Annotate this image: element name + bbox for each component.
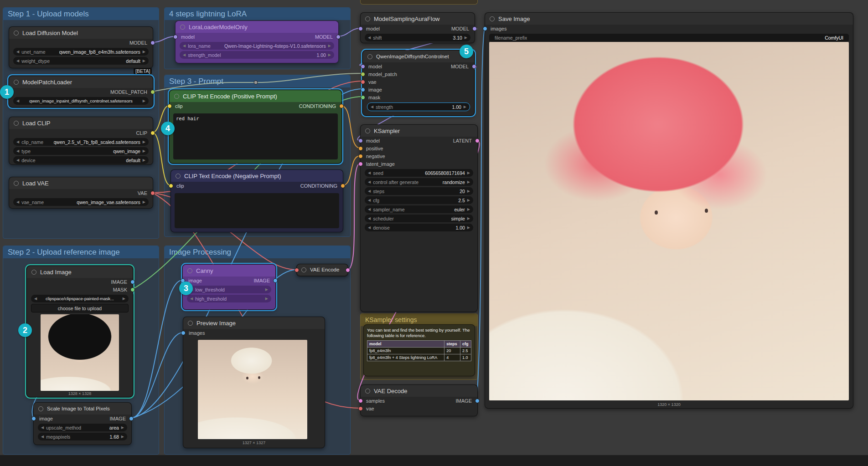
node-title-bar[interactable]: ModelSamplingAuraFlow — [361, 13, 475, 25]
combo-left-arrow-icon[interactable]: ◀ — [368, 225, 371, 230]
node-load-clip[interactable]: Load CLIP CLIP ◀ clip_name qwen_2.5_vl_7… — [9, 117, 153, 165]
collapse-dot-icon[interactable] — [180, 25, 185, 30]
widget-cfg[interactable]: ◀ cfg 2.5 ▶ — [365, 196, 473, 204]
input-dot-model-patch[interactable] — [361, 72, 365, 77]
node-title-bar[interactable]: Save Image — [485, 13, 853, 25]
output-dot-model-patch[interactable] — [150, 90, 155, 94]
widget-strength[interactable]: ◀ strength 1.00 ▶ — [367, 102, 470, 111]
node-save-image[interactable]: Save Image images filename_prefix ComfyU… — [485, 12, 853, 409]
collapse-dot-icon[interactable] — [490, 16, 495, 21]
combo-right-arrow-icon[interactable]: ▶ — [143, 158, 145, 162]
node-scale-image-to-total-pixels[interactable]: Scale Image to Total Pixels image IMAGE … — [33, 402, 132, 445]
input-dot-positive[interactable] — [358, 146, 363, 151]
input-dot-model[interactable] — [358, 26, 363, 31]
input-dot-model[interactable] — [173, 35, 178, 39]
input-dot-latent-image[interactable] — [358, 162, 363, 166]
upload-file-button[interactable]: choose file to upload — [31, 304, 129, 312]
combo-left-arrow-icon[interactable]: ◀ — [16, 59, 19, 63]
collapse-dot-icon[interactable] — [14, 181, 19, 186]
masked-image-preview[interactable] — [41, 314, 119, 391]
collapse-dot-icon[interactable] — [301, 267, 306, 272]
combo-right-arrow-icon[interactable]: ▶ — [467, 216, 470, 220]
prompt-textarea[interactable] — [175, 193, 339, 228]
node-title-bar[interactable]: Load Image — [27, 266, 133, 278]
node-lora-loader-model-only[interactable]: LoraLoaderModelOnly model MODEL ◀ lora_n… — [175, 20, 339, 63]
combo-right-arrow-icon[interactable]: ▶ — [143, 200, 145, 204]
node-load-diffusion-model[interactable]: Load Diffusion Model MODEL ◀ unet_name q… — [9, 26, 153, 68]
input-dot-model[interactable] — [361, 64, 365, 69]
node-title-bar[interactable]: CLIP Text Encode (Negative Prompt) — [171, 170, 343, 182]
widget-type[interactable]: ◀ type qwen_image ▶ — [13, 147, 149, 155]
collapse-dot-icon[interactable] — [14, 80, 19, 85]
node-vae-encode[interactable]: VAE Encode — [296, 264, 348, 277]
widget-shift[interactable]: ◀ shift 3.10 ▶ — [365, 34, 470, 41]
output-dot-image[interactable] — [129, 416, 134, 421]
combo-left-arrow-icon[interactable]: ◀ — [16, 99, 19, 103]
input-dot-vae[interactable] — [361, 80, 365, 84]
node-note-ksampler-settings[interactable]: You can test and find the best setting b… — [363, 324, 475, 376]
combo-left-arrow-icon[interactable]: ◀ — [41, 435, 44, 439]
input-dot-samples[interactable] — [358, 399, 363, 403]
node-title-bar[interactable]: ModelPatchLoader — [9, 76, 153, 88]
output-dot-image[interactable] — [475, 399, 480, 403]
widget-strength-model[interactable]: ◀ strength_model 1.00 ▶ — [180, 51, 334, 59]
widget-weight-dtype[interactable]: ◀ weight_dtype default ▶ — [13, 57, 149, 65]
node-vae-decode[interactable]: VAE Decode samples IMAGE vae — [360, 384, 478, 416]
collapse-dot-icon[interactable] — [187, 268, 192, 273]
node-title-bar[interactable]: Load VAE — [9, 177, 153, 189]
widget-unet-name[interactable]: ◀ unet_name qwen_image_fp8_e4m3fn.safete… — [13, 48, 149, 56]
widget-denoise[interactable]: ◀ denoise 1.00 ▶ — [365, 224, 473, 231]
input-dot-images[interactable] — [483, 26, 487, 31]
node-preview-image[interactable]: Preview Image images 1327 × 1327 — [183, 317, 325, 448]
widget-image-file[interactable]: ◀ clipspace/clipspace-painted-mask... ▶ — [31, 295, 129, 302]
combo-right-arrow-icon[interactable]: ▶ — [143, 50, 145, 54]
node-load-vae[interactable]: Load VAE VAE ◀ vae_name qwen_image_vae.s… — [9, 177, 153, 209]
combo-left-arrow-icon[interactable]: ◀ — [368, 180, 371, 184]
output-dot-model[interactable] — [472, 26, 477, 31]
collapse-dot-icon[interactable] — [365, 16, 370, 21]
widget-sampler-name[interactable]: ◀ sampler_name euler ▶ — [365, 205, 473, 213]
output-dot-model[interactable] — [150, 41, 155, 45]
combo-right-arrow-icon[interactable]: ▶ — [265, 297, 268, 301]
combo-left-arrow-icon[interactable]: ◀ — [41, 425, 44, 430]
widget-patch-name[interactable]: ◀ qwen_image_inpaint_diffsynth_controlne… — [13, 97, 149, 105]
output-dot-latent[interactable] — [475, 138, 480, 143]
input-dot-vae[interactable] — [358, 406, 363, 411]
output-dot-image[interactable] — [130, 280, 135, 284]
input-dot-mask[interactable] — [361, 95, 365, 100]
combo-right-arrow-icon[interactable]: ▶ — [467, 207, 470, 211]
node-title-bar[interactable]: Load CLIP — [9, 117, 153, 129]
combo-left-arrow-icon[interactable]: ◀ — [368, 198, 371, 202]
combo-left-arrow-icon[interactable]: ◀ — [368, 171, 371, 175]
collapse-dot-icon[interactable] — [14, 121, 19, 126]
combo-left-arrow-icon[interactable]: ◀ — [368, 216, 371, 220]
widget-low-threshold[interactable]: ◀ low_threshold ▶ — [187, 286, 271, 293]
combo-left-arrow-icon[interactable]: ◀ — [16, 149, 19, 153]
input-dot-model[interactable] — [358, 138, 363, 143]
generated-image-preview[interactable] — [489, 42, 849, 400]
widget-device[interactable]: ◀ device default ▶ — [13, 156, 149, 164]
combo-right-arrow-icon[interactable]: ▶ — [123, 297, 125, 301]
combo-right-arrow-icon[interactable]: ▶ — [464, 105, 466, 109]
combo-right-arrow-icon[interactable]: ▶ — [467, 225, 470, 230]
collapse-dot-icon[interactable] — [174, 94, 179, 99]
combo-right-arrow-icon[interactable]: ▶ — [143, 149, 145, 153]
widget-lora-name[interactable]: ◀ lora_name Qwen-Image-Lightning-4steps-… — [180, 42, 334, 50]
node-clip-text-encode-positive[interactable]: CLIP Text Encode (Positive Prompt) clip … — [169, 90, 342, 164]
collapse-dot-icon[interactable] — [14, 31, 19, 36]
node-title-bar[interactable]: Preview Image — [183, 317, 325, 329]
node-title-bar[interactable]: VAE Decode — [361, 385, 477, 397]
widget-scheduler[interactable]: ◀ scheduler simple ▶ — [365, 215, 473, 222]
collapse-dot-icon[interactable] — [188, 321, 193, 326]
node-ksampler[interactable]: KSampler model LATENT positive negative … — [360, 124, 478, 312]
node-title-bar[interactable]: Scale Image to Total Pixels — [34, 403, 131, 415]
combo-right-arrow-icon[interactable]: ▶ — [121, 435, 124, 439]
combo-right-arrow-icon[interactable]: ▶ — [121, 425, 124, 430]
node-title-bar[interactable]: VAE Encode — [297, 264, 348, 275]
output-dot-model[interactable] — [336, 35, 341, 39]
node-canny[interactable]: Canny image IMAGE ◀ low_threshold ▶ ◀ hi… — [182, 264, 276, 310]
collapse-dot-icon[interactable] — [365, 389, 370, 394]
widget-vae-name[interactable]: ◀ vae_name qwen_image_vae.safetensors ▶ — [13, 198, 149, 206]
output-dot-clip[interactable] — [150, 131, 155, 135]
node-title-bar[interactable]: KSampler — [361, 125, 477, 137]
